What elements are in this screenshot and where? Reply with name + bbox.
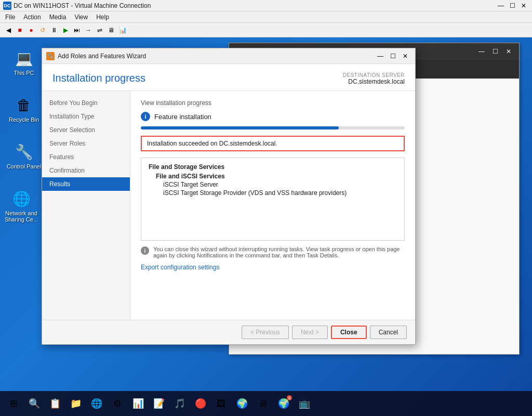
menu-view[interactable]: View: [72, 12, 90, 22]
vm-title-text: DC on WIN11HOST - Virtual Machine Connec…: [14, 2, 496, 9]
desktop-icon-recycle-bin[interactable]: 🗑 Recycle Bin: [5, 95, 43, 123]
control-panel-label: Control Panel: [7, 163, 42, 170]
features-section-title: File and Storage Services: [149, 163, 397, 171]
chart-button[interactable]: 📊: [129, 394, 148, 413]
features-subsection-title: File and iSCSI Services: [156, 173, 397, 180]
vm-icon: DC: [3, 2, 11, 10]
toolbar-screen[interactable]: 🖥: [106, 25, 116, 35]
info-note-icon: i: [141, 246, 149, 255]
menu-file[interactable]: File: [3, 12, 17, 22]
wizard-icon: 🔧: [46, 52, 55, 60]
wizard-title-bar: 🔧 Add Roles and Features Wizard — ☐ ✕: [42, 48, 415, 64]
control-panel-icon: 🔧: [14, 141, 34, 162]
desktop-icon-control-panel[interactable]: 🔧 Control Panel: [5, 141, 43, 170]
tv-button[interactable]: 📺: [295, 394, 314, 413]
sm-controls: — ☐ ✕: [475, 46, 515, 57]
toolbar-record[interactable]: ●: [26, 25, 36, 35]
opera-button[interactable]: 🔴: [191, 394, 210, 413]
sm-maximize[interactable]: ☐: [489, 46, 501, 57]
chrome-button[interactable]: 🌍 8: [274, 394, 293, 413]
taskview-button[interactable]: 📋: [46, 394, 64, 413]
desktop-area: 💻 This PC 🗑 Recycle Bin 🔧 Control Panel …: [0, 37, 532, 391]
wizard-footer: < Previous Next > Close Cancel: [42, 320, 415, 344]
photoshop-button[interactable]: 🖥: [254, 394, 272, 413]
recycle-bin-icon: 🗑: [14, 95, 34, 115]
wizard-minimize[interactable]: —: [375, 50, 386, 62]
close-button[interactable]: Close: [331, 326, 367, 339]
info-note: i You can close this wizard without inte…: [141, 246, 405, 258]
feature-install-row: i Feature installation: [141, 112, 405, 121]
success-box: Installation succeeded on DC.sistemdesk.…: [141, 136, 405, 151]
wizard-main-title: Installation progress: [52, 72, 145, 84]
earth-button[interactable]: 🌍: [233, 394, 251, 413]
wizard-title-text: Add Roles and Features Wizard: [58, 53, 375, 60]
menu-help[interactable]: Help: [94, 12, 111, 22]
this-pc-label: This PC: [14, 70, 34, 76]
progress-bar-fill: [141, 126, 339, 129]
toolbar-stop[interactable]: ■: [15, 25, 25, 35]
vm-title-bar: DC DC on WIN11HOST - Virtual Machine Con…: [0, 0, 532, 11]
vm-minimize[interactable]: —: [496, 1, 506, 11]
progress-bar-container: [141, 126, 405, 129]
edge-button[interactable]: 🌐: [87, 394, 106, 413]
search-button[interactable]: 🔍: [25, 394, 44, 413]
toolbar-pause[interactable]: ⏸: [49, 25, 59, 35]
cancel-button[interactable]: Cancel: [370, 326, 407, 339]
nav-install-type[interactable]: Installation Type: [42, 110, 130, 123]
nav-results[interactable]: Results: [42, 177, 130, 191]
wizard-maximize[interactable]: ☐: [387, 50, 398, 62]
desktop: DC DC on WIN11HOST - Virtual Machine Con…: [0, 0, 532, 416]
wizard-dest-server: DESTINATION SERVER DC.sistemdesk.local: [343, 72, 405, 85]
menu-media[interactable]: Media: [47, 12, 69, 22]
toolbar-play[interactable]: ▶: [60, 25, 71, 35]
toolbar-swap[interactable]: ⇌: [95, 25, 105, 35]
nav-before-begin[interactable]: Before You Begin: [42, 96, 130, 110]
next-button[interactable]: Next >: [292, 326, 328, 339]
feature-item-1: iSCSI Target Server: [163, 181, 397, 188]
dest-label: DESTINATION SERVER: [343, 72, 405, 78]
toolbar-chart[interactable]: 📊: [117, 25, 128, 35]
sm-close[interactable]: ✕: [502, 46, 515, 57]
vm-maximize[interactable]: ☐: [507, 1, 517, 11]
network-label: Network and Sharing Ce...: [3, 210, 40, 223]
desktop-icon-network[interactable]: 🌐 Network and Sharing Ce...: [3, 188, 40, 223]
vm-close[interactable]: ✕: [518, 1, 529, 11]
recycle-bin-label: Recycle Bin: [9, 116, 39, 123]
wizard-header: Installation progress DESTINATION SERVER…: [42, 64, 415, 91]
notes-button[interactable]: 📝: [150, 394, 168, 413]
nav-features[interactable]: Features: [42, 150, 130, 164]
music-button[interactable]: 🎵: [170, 394, 189, 413]
wizard-content: View installation progress i Feature ins…: [130, 91, 415, 320]
photo-button[interactable]: 🖼: [212, 394, 231, 413]
success-message: Installation succeeded on DC.sistemdesk.…: [147, 140, 277, 147]
menu-action[interactable]: Action: [21, 12, 43, 22]
network-icon: 🌐: [11, 188, 32, 209]
this-pc-icon: 💻: [14, 48, 34, 69]
wizard-controls: — ☐ ✕: [375, 50, 411, 62]
wizard-dialog: 🔧 Add Roles and Features Wizard — ☐ ✕ In…: [42, 48, 416, 345]
sm-minimize[interactable]: —: [475, 46, 488, 57]
progress-label: View installation progress: [141, 99, 405, 107]
desktop-icon-this-pc[interactable]: 💻 This PC: [5, 48, 43, 76]
wizard-close-title[interactable]: ✕: [400, 50, 411, 62]
dest-name: DC.sistemdesk.local: [343, 78, 405, 85]
vm-toolbar: ◀ ■ ● ↺ ⏸ ▶ ⏭ → ⇌ 🖥 📊: [0, 23, 532, 37]
toolbar-send[interactable]: →: [83, 25, 94, 35]
info-icon: i: [141, 112, 150, 121]
start-button[interactable]: ⊞: [4, 394, 23, 413]
wizard-body: Before You Begin Installation Type Serve…: [42, 91, 415, 320]
toolbar-skip[interactable]: ⏭: [72, 25, 82, 35]
feature-item-2: iSCSI Target Storage Provider (VDS and V…: [163, 189, 397, 197]
explorer-button[interactable]: 📁: [66, 394, 85, 413]
nav-confirmation[interactable]: Confirmation: [42, 164, 130, 177]
nav-server-roles[interactable]: Server Roles: [42, 137, 130, 150]
vm-menu-bar: File Action Media View Help: [0, 11, 532, 23]
previous-button[interactable]: < Previous: [242, 326, 289, 339]
features-list: File and Storage Services File and iSCSI…: [141, 158, 405, 241]
nav-server-selection[interactable]: Server Selection: [42, 123, 130, 137]
toolbar-reset[interactable]: ↺: [37, 25, 48, 35]
export-link[interactable]: Export configuration settings: [141, 264, 219, 271]
info-note-text: You can close this wizard without interr…: [153, 246, 405, 258]
settings-button[interactable]: ⚙: [108, 394, 127, 413]
toolbar-back[interactable]: ◀: [3, 25, 14, 35]
